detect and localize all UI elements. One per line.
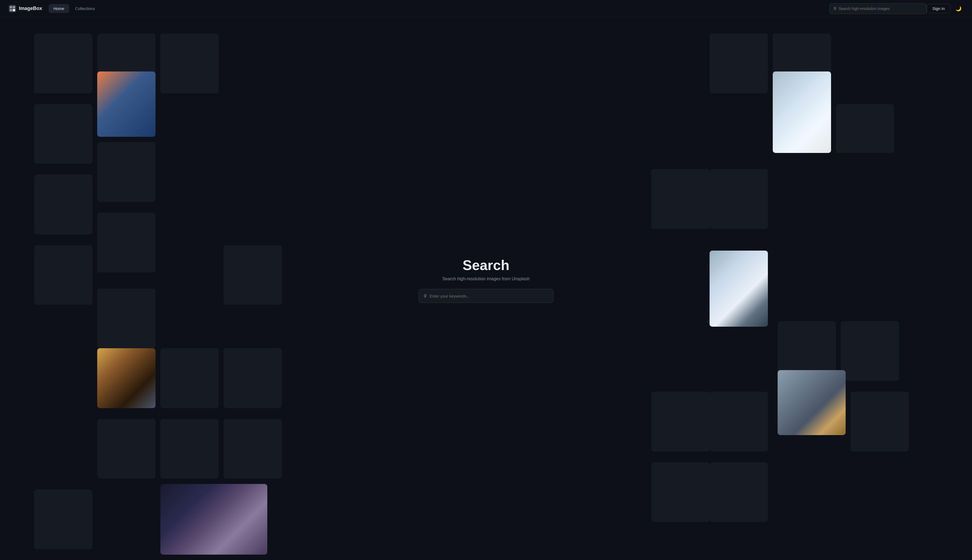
background-tile	[778, 321, 836, 381]
background-tile	[651, 462, 709, 522]
navbar-search-input[interactable]	[839, 7, 923, 11]
theme-toggle-button[interactable]: 🌙	[954, 4, 964, 13]
navbar-search[interactable]: ⚲	[830, 3, 927, 14]
background-tile	[97, 288, 156, 348]
background-tile	[97, 419, 156, 478]
home-nav-button[interactable]: Home	[49, 4, 69, 13]
background-tile	[224, 245, 282, 305]
background-tile	[224, 419, 282, 478]
background-tile	[97, 72, 156, 137]
hero-search-icon: ⚲	[423, 293, 427, 298]
background-tile	[224, 348, 282, 408]
background-tile	[97, 142, 156, 202]
background-tile	[161, 419, 219, 478]
background-tile	[161, 33, 219, 93]
svg-rect-0	[8, 5, 16, 12]
background-tile	[34, 104, 92, 164]
hero-subtitle: Search high-resolution images from Unspl…	[418, 277, 554, 282]
background-tile	[34, 245, 92, 305]
background-tile	[709, 33, 768, 93]
background-tile	[161, 348, 219, 408]
background-tile	[850, 392, 909, 451]
hero-title: Search	[418, 257, 554, 273]
background-tile	[773, 33, 831, 93]
background-tile	[97, 348, 156, 408]
logo-text: ImageBox	[19, 6, 42, 11]
signin-button[interactable]: Sign in	[927, 4, 950, 13]
collections-nav-button[interactable]: Collections	[70, 4, 100, 13]
background-tile	[97, 33, 156, 93]
hero-search-bar[interactable]: ⚲	[418, 289, 554, 303]
nav-right: Sign in 🌙	[927, 4, 964, 13]
svg-rect-2	[13, 6, 15, 8]
background-tile	[709, 462, 768, 522]
search-icon: ⚲	[833, 6, 836, 11]
main-content: Search Search high-resolution images fro…	[0, 0, 972, 560]
logo[interactable]: ImageBox	[8, 5, 42, 12]
background-tile	[709, 392, 768, 451]
background-tile	[161, 484, 267, 555]
hero-search-input[interactable]	[430, 294, 549, 298]
background-tile	[97, 213, 156, 272]
background-tile	[34, 175, 92, 234]
navbar: ImageBox Home Collections ⚲ Sign in 🌙	[0, 0, 972, 17]
background-tile	[778, 370, 846, 435]
background-tile	[709, 251, 768, 327]
background-tile	[709, 169, 768, 229]
svg-rect-3	[10, 9, 12, 11]
moon-icon: 🌙	[955, 6, 962, 12]
nav-links: Home Collections	[49, 4, 830, 13]
svg-rect-4	[13, 9, 15, 11]
background-tile	[841, 321, 899, 381]
background-tile	[836, 104, 894, 153]
background-tile	[34, 489, 92, 549]
background-tile	[651, 392, 709, 451]
svg-rect-1	[10, 6, 12, 8]
background-tile	[773, 72, 831, 153]
background-tile	[34, 33, 92, 93]
logo-icon	[8, 5, 16, 12]
background-tile	[651, 169, 709, 229]
hero-section: Search Search high-resolution images fro…	[418, 257, 554, 303]
